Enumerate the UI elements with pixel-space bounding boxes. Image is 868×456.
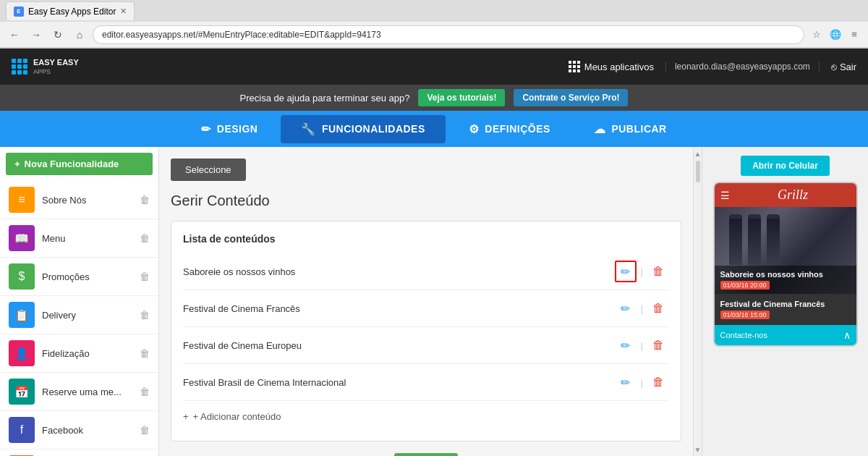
phone-preview: Abrir no Celular ☰ Grillz Saboreie os no… [702, 147, 868, 456]
delete-btn-2[interactable]: 🗑 [647, 297, 669, 319]
scroll-down-btn[interactable]: ▼ [694, 446, 702, 454]
sobre-nos-icon: ≡ [9, 187, 35, 213]
delete-btn-4[interactable]: 🗑 [647, 371, 669, 393]
main-layout: + Nova Funcionalidade ≡ Sobre Nós 🗑 📖 Me… [0, 147, 868, 456]
sidebar-item-fotos[interactable]: 🖼 Fotos 🗑 [0, 449, 158, 456]
design-icon: ✏ [201, 122, 211, 136]
home-btn[interactable]: ⌂ [71, 26, 88, 43]
logo-dot [12, 64, 16, 69]
select-btn[interactable]: Seleccione [171, 159, 246, 181]
phone-frame: ☰ Grillz Saboreie os nossos vinhos 01/03… [713, 182, 858, 347]
globe-icon[interactable]: 🌐 [827, 27, 843, 43]
reload-btn[interactable]: ↻ [49, 26, 67, 43]
forward-btn[interactable]: → [27, 26, 45, 43]
tab-title: Easy Easy Apps Editor [28, 7, 116, 17]
sidebar: + Nova Funcionalidade ≡ Sobre Nós 🗑 📖 Me… [0, 147, 159, 456]
tab-funcionalidades[interactable]: 🔧 FUNCIONALIDADES [281, 115, 445, 143]
sidebar-label-menu: Menu [42, 233, 132, 244]
add-content-btn[interactable]: + + Adicionar conteúdo [183, 404, 669, 429]
tab-definicoes-label: DEFINIÇÕES [485, 123, 550, 135]
list-item-actions: ✏ | 🗑 [615, 334, 669, 356]
sidebar-delete-delivery[interactable]: 🗑 [140, 309, 150, 321]
funcionalidades-icon: 🔧 [301, 122, 316, 136]
pro-btn[interactable]: Contrate o Serviço Pro! [514, 89, 628, 106]
tab-publicar-label: PUBLICAR [611, 123, 666, 135]
phone-main-item-date: 01/03/16 20:00 [720, 281, 770, 290]
tab-close-btn[interactable]: ✕ [120, 7, 127, 16]
menu-icon[interactable]: ≡ [846, 27, 862, 43]
sidebar-label-reserve: Reserve uma me... [42, 387, 132, 397]
sidebar-label-sobre-nos: Sobre Nós [42, 195, 132, 206]
logo-dot [23, 70, 27, 75]
section-title: Gerir Conteúdo [171, 193, 681, 209]
list-header: Lista de conteúdos [183, 233, 669, 245]
favicon: E [14, 7, 24, 17]
sidebar-delete-reserve[interactable]: 🗑 [140, 386, 150, 397]
logo-grid [12, 59, 27, 75]
phone-image-area: Saboreie os nossos vinhos 01/03/16 20:00 [715, 207, 856, 294]
edit-btn-4[interactable]: ✏ [615, 371, 637, 393]
address-bar[interactable] [93, 25, 804, 44]
tutorials-btn[interactable]: Veja os tutoriais! [418, 89, 505, 106]
list-item-actions: ✏ | 🗑 [615, 371, 669, 393]
phone-hamburger-icon[interactable]: ☰ [720, 190, 730, 201]
sidebar-item-facebook[interactable]: f Facebook 🗑 [0, 411, 158, 449]
phone-bottom-bar[interactable]: Contacte-nos ∧ [715, 325, 856, 345]
tab-design[interactable]: ✏ DESIGN [181, 115, 278, 143]
promocoes-icon: $ [9, 263, 35, 290]
phone-bottom-chevron: ∧ [843, 329, 851, 341]
bookmark-icon[interactable]: ☆ [809, 27, 825, 43]
tab-funcionalidades-label: FUNCIONALIDADES [322, 123, 425, 135]
tab-publicar[interactable]: ☁ PUBLICAR [574, 115, 687, 143]
delete-btn-1[interactable]: 🗑 [647, 261, 669, 282]
nav-tabs: ✏ DESIGN 🔧 FUNCIONALIDADES ⚙ DEFINIÇÕES … [0, 111, 868, 147]
logo-dot [23, 59, 27, 63]
apps-btn[interactable]: Meus aplicativos [569, 61, 654, 72]
sidebar-label-promocoes: Promoções [42, 271, 132, 282]
edit-btn-3[interactable]: ✏ [615, 334, 637, 356]
phone-main-item-overlay: Saboreie os nossos vinhos 01/03/16 20:00 [715, 266, 856, 294]
scroll-bar[interactable] [696, 161, 700, 182]
definicoes-icon: ⚙ [469, 122, 480, 136]
app-header: EASY EASY APPS Meus aplicativos leonardo… [0, 48, 868, 85]
delete-btn-3[interactable]: 🗑 [647, 334, 669, 356]
sidebar-delete-promocoes[interactable]: 🗑 [140, 271, 150, 282]
browser-tab[interactable]: E Easy Easy Apps Editor ✕ [6, 1, 135, 20]
sidebar-item-delivery[interactable]: 📋 Delivery 🗑 [0, 296, 158, 334]
open-phone-btn[interactable]: Abrir no Celular [741, 156, 830, 176]
list-item-actions: ✏ | 🗑 [615, 261, 669, 282]
logo-text: EASY EASY APPS [33, 58, 79, 75]
sidebar-delete-facebook[interactable]: 🗑 [140, 424, 150, 436]
sidebar-label-delivery: Delivery [42, 310, 132, 321]
sidebar-item-promocoes[interactable]: $ Promoções 🗑 [0, 258, 158, 296]
apps-grid-icon [569, 61, 580, 72]
save-btn[interactable]: Salvar [394, 453, 458, 456]
sidebar-item-menu[interactable]: 📖 Menu 🗑 [0, 219, 158, 258]
sidebar-delete-fidelizacao[interactable]: 🗑 [140, 347, 150, 359]
publicar-icon: ☁ [594, 122, 606, 136]
help-text: Precisa de ajuda para terminar seu app? [240, 93, 410, 104]
sidebar-delete-sobre-nos[interactable]: 🗑 [140, 194, 150, 206]
logo-line2: APPS [33, 68, 79, 75]
reserve-icon: 📅 [9, 379, 35, 405]
help-banner: Precisa de ajuda para terminar seu app? … [0, 85, 868, 111]
edit-btn-1[interactable]: ✏ [615, 261, 637, 282]
phone-top-bar: ☰ Grillz [715, 183, 856, 207]
logo-dot [12, 70, 16, 75]
tab-design-label: DESIGN [217, 123, 258, 135]
back-btn[interactable]: ← [6, 26, 23, 43]
sidebar-delete-menu[interactable]: 🗑 [140, 232, 150, 244]
add-functionality-btn[interactable]: + Nova Funcionalidade [6, 153, 153, 175]
divider: | [641, 266, 643, 277]
plus-icon: + [183, 411, 189, 422]
fidelizacao-icon: 👤 [9, 340, 35, 366]
logout-btn[interactable]: ⎋ Sair [831, 62, 856, 72]
sidebar-item-sobre-nos[interactable]: ≡ Sobre Nós 🗑 [0, 181, 158, 219]
phone-second-item: Festival de Cinema Francês 01/03/16 15:0… [715, 294, 856, 325]
tab-definicoes[interactable]: ⚙ DEFINIÇÕES [448, 115, 571, 143]
list-item: Festival Brasil de Cinema Internacional … [183, 364, 669, 401]
sidebar-item-reserve[interactable]: 📅 Reserve uma me... 🗑 [0, 373, 158, 411]
sidebar-item-fidelizacao[interactable]: 👤 Fidelização 🗑 [0, 334, 158, 373]
edit-btn-2[interactable]: ✏ [615, 297, 637, 319]
scroll-up-btn[interactable]: ▲ [694, 150, 702, 158]
